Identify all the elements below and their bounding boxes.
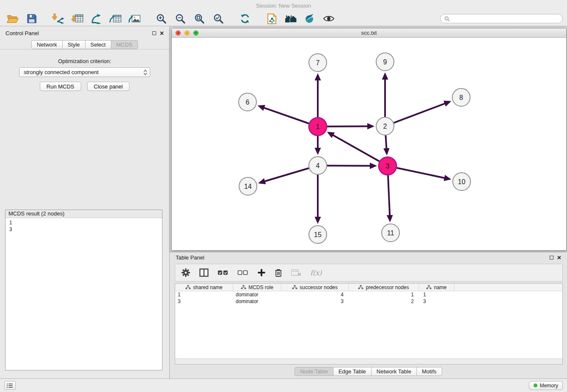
main-toolbar: [0, 11, 567, 26]
graph-edge-2-3[interactable]: [385, 135, 387, 154]
zoom-window-button[interactable]: +: [193, 30, 198, 36]
zoom-selected-button[interactable]: [210, 12, 227, 25]
mcds-result-list[interactable]: 1 3: [6, 218, 162, 370]
open-session-button[interactable]: [4, 12, 21, 25]
export-network-icon: [91, 13, 102, 24]
graph-node-3[interactable]: 3: [379, 157, 396, 175]
close-panel-icon[interactable]: ×: [160, 30, 164, 37]
graph-node-7[interactable]: 7: [309, 54, 327, 72]
graph-edge-3-1[interactable]: [328, 133, 380, 161]
svg-text:9: 9: [383, 58, 387, 66]
window-title: Session: New Session: [256, 3, 311, 9]
search-input[interactable]: [452, 16, 559, 22]
float-table-panel-icon[interactable]: [550, 256, 553, 259]
graph-node-10[interactable]: 10: [453, 173, 471, 190]
export-table-button[interactable]: [107, 12, 124, 25]
task-history-button[interactable]: [4, 381, 16, 390]
graph-edge-3-10[interactable]: [397, 168, 450, 179]
column-header-name[interactable]: name: [419, 284, 454, 291]
network-canvas[interactable]: 7968124314101511: [172, 38, 566, 250]
zoom-in-button[interactable]: [153, 12, 170, 25]
deselect-all-button[interactable]: [237, 269, 248, 276]
graph-node-14[interactable]: 14: [239, 177, 257, 195]
memory-button[interactable]: Memory: [529, 381, 563, 390]
graph-node-2[interactable]: 2: [376, 117, 394, 135]
paint-style-icon: [304, 13, 315, 24]
graph-node-4[interactable]: 4: [309, 157, 327, 174]
tab-network-table[interactable]: Network Table: [371, 367, 417, 376]
graph-edge-3-11[interactable]: [388, 175, 390, 221]
svg-text:10: 10: [458, 178, 465, 185]
zoom-fit-button[interactable]: [191, 12, 208, 25]
run-mcds-button[interactable]: Run MCDS: [40, 82, 81, 91]
graph-node-15[interactable]: 15: [309, 226, 327, 243]
svg-text:8: 8: [460, 94, 463, 101]
select-all-button[interactable]: [217, 269, 228, 276]
graph-edge-4-14[interactable]: [260, 168, 309, 182]
control-panel-title: Control Panel: [6, 30, 39, 36]
import-network-button[interactable]: [50, 12, 67, 25]
network-from-clipboard-button[interactable]: [263, 12, 280, 25]
delete-column-button[interactable]: [275, 268, 282, 277]
tab-motifs[interactable]: Motifs: [416, 367, 442, 376]
tab-node-table[interactable]: Node Table: [295, 367, 333, 376]
optimization-criterion-select[interactable]: strongly connected component: [19, 67, 150, 77]
graph-edge-1-2[interactable]: [327, 126, 373, 127]
table-row[interactable]: 1 dominator 4 1 1: [175, 291, 562, 298]
svg-text:15: 15: [314, 231, 322, 238]
tab-network[interactable]: Network: [31, 40, 63, 49]
svg-text:2: 2: [383, 123, 387, 130]
table-tabs: Node Table Edge Table Network Table Moti…: [170, 364, 567, 378]
float-panel-icon[interactable]: [152, 31, 156, 35]
tab-style[interactable]: Style: [62, 40, 85, 49]
columns-icon: [199, 268, 209, 277]
function-builder-button[interactable]: f(x): [310, 269, 322, 277]
add-column-button[interactable]: [257, 268, 266, 277]
graph-edge-1-6[interactable]: [259, 106, 309, 124]
column-header-predecessor-nodes[interactable]: predecessor nodes: [349, 284, 419, 291]
tab-select[interactable]: Select: [85, 40, 111, 49]
import-table-button[interactable]: [69, 12, 86, 25]
zoom-in-icon: [156, 13, 167, 24]
tab-edge-table[interactable]: Edge Table: [333, 367, 372, 376]
houses-icon: [284, 14, 297, 24]
memory-status-icon: [534, 384, 537, 387]
delete-table-button[interactable]: [291, 269, 301, 276]
column-header-successor-nodes[interactable]: successor nodes: [281, 284, 349, 291]
graph-edge-2-8[interactable]: [394, 102, 450, 123]
memory-label: Memory: [540, 383, 558, 389]
search-icon: [444, 16, 450, 22]
table-header-row: shared name MCDS role successor nodes pr…: [175, 284, 562, 291]
export-image-button[interactable]: [126, 12, 143, 25]
graph-node-1[interactable]: 1: [309, 118, 327, 135]
column-tree-icon: [426, 285, 432, 290]
save-session-button[interactable]: [23, 12, 40, 25]
show-columns-button[interactable]: [199, 268, 209, 277]
column-header-mcds-role[interactable]: MCDS role: [233, 284, 281, 291]
table-settings-button[interactable]: [181, 268, 190, 277]
tab-mcds[interactable]: MCDS: [111, 40, 138, 49]
graph-edge-4-3[interactable]: [327, 166, 375, 166]
minimize-window-button[interactable]: −: [184, 30, 190, 36]
apply-style-button[interactable]: [301, 12, 318, 25]
show-hide-button[interactable]: [320, 12, 337, 25]
graph-node-8[interactable]: 8: [452, 88, 470, 106]
mcds-result-box: MCDS result (2 nodes) 1 3: [5, 210, 162, 370]
first-neighbors-button[interactable]: [282, 12, 299, 25]
close-window-button[interactable]: ×: [176, 30, 181, 36]
refresh-view-button[interactable]: [237, 12, 253, 25]
table-row[interactable]: 3 dominator 3 2 3: [175, 298, 562, 305]
graph-node-6[interactable]: 6: [239, 93, 256, 111]
horizontal-scrollbar[interactable]: [175, 359, 562, 364]
zoom-out-button[interactable]: [172, 12, 189, 25]
column-header-shared-name[interactable]: shared name: [175, 284, 233, 291]
close-panel-button[interactable]: Close panel: [87, 82, 130, 91]
network-graph[interactable]: 7968124314101511: [172, 38, 566, 250]
graph-node-11[interactable]: 11: [382, 224, 399, 242]
close-table-panel-icon[interactable]: ×: [557, 254, 561, 261]
export-network-button[interactable]: [88, 12, 105, 25]
graph-node-9[interactable]: 9: [376, 53, 394, 71]
network-window-titlebar[interactable]: × − + scc.txt: [172, 28, 566, 38]
control-panel-header: Control Panel ×: [0, 26, 169, 40]
plus-icon: [257, 268, 266, 277]
